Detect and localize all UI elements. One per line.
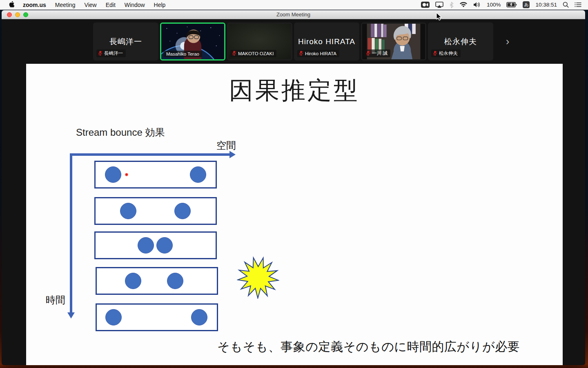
- disc: [156, 237, 173, 254]
- disc: [191, 309, 207, 325]
- participant-label-text: 一川 誠: [372, 50, 388, 56]
- zoom-button[interactable]: [23, 12, 28, 17]
- disc: [105, 309, 122, 325]
- participant-label-text: MAKOTO OZAKI: [238, 51, 274, 56]
- disc: [125, 273, 141, 289]
- space-axis-arrowhead-icon: [229, 151, 236, 158]
- participant-label: 松永伸夫: [431, 49, 461, 57]
- muted-mic-icon: [299, 51, 303, 56]
- space-axis-line: [70, 153, 230, 156]
- ime-input-icon[interactable]: あ: [523, 1, 530, 8]
- disc: [190, 166, 206, 183]
- participant-tile-5[interactable]: 一川 誠: [361, 22, 426, 61]
- stimulus-frame-2: [94, 197, 217, 225]
- participant-tile-1[interactable]: 長嶋洋一長嶋洋一: [93, 22, 158, 61]
- screen-mirroring-icon[interactable]: [435, 2, 443, 8]
- participant-name: Hiroko HIRATA: [295, 37, 358, 46]
- participant-tile-4[interactable]: Hiroko HIRATAHiroko HIRATA: [294, 22, 359, 61]
- menu-item-window[interactable]: Window: [125, 2, 145, 8]
- participant-tile-6[interactable]: 松永伸夫松永伸夫: [428, 22, 493, 61]
- next-participants-button[interactable]: ›: [501, 22, 514, 61]
- slide-title: 因果推定型: [26, 74, 563, 107]
- participant-label-text: 松永伸夫: [439, 50, 458, 56]
- participant-label: 長嶋洋一: [96, 49, 126, 57]
- participant-label-text: Hiroko HIRATA: [305, 51, 336, 56]
- collision-starburst-icon: [237, 256, 279, 299]
- muted-mic-icon: [366, 51, 370, 56]
- participant-label-text: Masahiko Terao: [166, 52, 199, 56]
- wifi-icon[interactable]: [459, 2, 468, 8]
- muted-mic-icon: [232, 51, 236, 56]
- volume-icon[interactable]: [473, 2, 481, 8]
- participant-label: Hiroko HIRATA: [297, 50, 339, 57]
- stimulus-frame-3: [94, 231, 217, 259]
- stimulus-frame-4: [96, 267, 218, 295]
- participant-label: Masahiko Terao: [163, 51, 202, 57]
- window-titlebar[interactable]: Zoom Meeting: [2, 10, 585, 19]
- participant-strip: 長嶋洋一長嶋洋一 Masahiko Terao MAKOTO OZAKIHiro…: [93, 22, 493, 61]
- stimulus-frame-1: [94, 161, 217, 188]
- space-axis-label: 空間: [216, 139, 236, 152]
- laser-pointer-dot: [125, 173, 128, 176]
- menu-item-help[interactable]: Help: [154, 2, 166, 8]
- apple-menu-icon[interactable]: [9, 1, 15, 8]
- muted-mic-icon: [98, 51, 102, 56]
- disc: [138, 237, 154, 254]
- participant-name: 松永伸夫: [429, 36, 492, 47]
- slide-bottom-text: そもそも、事象の定義そのものに時間的広がりが必要: [217, 339, 520, 355]
- time-axis-line: [70, 153, 72, 313]
- traffic-lights: [7, 12, 28, 17]
- participant-label: 一川 誠: [364, 49, 390, 57]
- window-title: Zoom Meeting: [276, 11, 310, 18]
- menu-items: MeetingViewEditWindowHelp: [46, 2, 166, 8]
- stimulus-frame-5: [96, 303, 218, 331]
- battery-percent: 100%: [487, 2, 501, 8]
- slide-subtitle: Stream bounce 効果: [76, 126, 165, 139]
- time-axis-arrowhead-icon: [67, 312, 75, 319]
- bluetooth-icon[interactable]: [449, 2, 454, 8]
- participant-tile-3[interactable]: MAKOTO OZAKI: [227, 22, 292, 61]
- notification-center-icon[interactable]: [575, 2, 581, 7]
- disc: [167, 273, 183, 289]
- mouse-cursor: [436, 12, 443, 21]
- participant-label-text: 長嶋洋一: [104, 50, 123, 56]
- spotlight-search-icon[interactable]: [563, 2, 569, 8]
- participant-tile-2[interactable]: Masahiko Terao: [160, 22, 225, 61]
- shared-slide: 因果推定型 Stream bounce 効果 空間 時間 そもそも、事象の定義そ…: [26, 64, 563, 365]
- disc: [120, 203, 136, 219]
- menu-app-name[interactable]: zoom.us: [23, 2, 46, 8]
- minimize-button[interactable]: [15, 12, 20, 17]
- menu-item-view[interactable]: View: [85, 2, 97, 8]
- time-axis-label: 時間: [46, 294, 65, 307]
- close-button[interactable]: [7, 12, 12, 17]
- menu-item-meeting[interactable]: Meeting: [55, 2, 76, 8]
- menu-bar: zoom.us MeetingViewEditWindowHelp 100% あ…: [0, 0, 588, 10]
- participant-label: MAKOTO OZAKI: [230, 50, 276, 57]
- battery-icon[interactable]: [506, 2, 517, 7]
- disc: [105, 166, 121, 183]
- disc: [174, 203, 191, 219]
- menu-item-edit[interactable]: Edit: [106, 2, 116, 8]
- zoom-window: Zoom Meeting 長嶋洋一長嶋洋一 Masahiko Terao MAK…: [2, 10, 585, 365]
- menu-clock[interactable]: 10:38:51: [535, 2, 557, 8]
- participant-name: 長嶋洋一: [94, 36, 157, 47]
- muted-mic-icon: [433, 51, 437, 56]
- zoom-video-status-icon[interactable]: [421, 2, 430, 8]
